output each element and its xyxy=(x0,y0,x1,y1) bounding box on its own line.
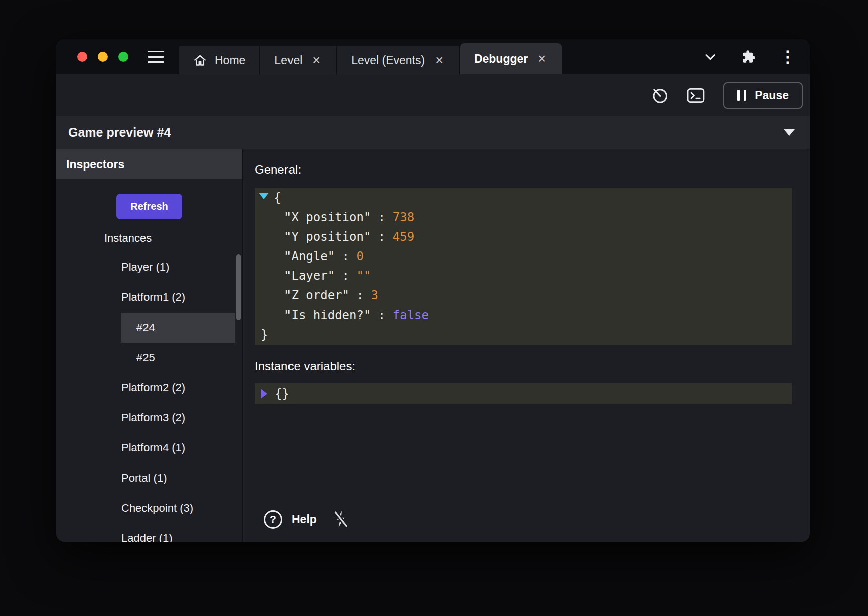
inspectors-panel-title: Inspectors xyxy=(56,149,242,179)
json-separator: : xyxy=(335,249,356,263)
json-close-brace: } xyxy=(255,325,792,345)
tab-label: Level xyxy=(274,54,302,67)
tab-bar: Home Level × Level (Events) × Debugger × xyxy=(56,39,810,74)
tab-bar-actions: ⋮ xyxy=(703,39,796,74)
footer-row: ? Help xyxy=(255,510,792,534)
instances-label: Instances xyxy=(56,224,242,252)
help-icon: ? xyxy=(264,510,282,529)
minimize-window-button[interactable] xyxy=(98,52,108,62)
extensions-puzzle-icon[interactable] xyxy=(742,50,756,64)
json-value: 459 xyxy=(393,230,414,244)
json-key: "Layer" xyxy=(284,269,335,283)
tree-item-player[interactable]: Player (1) xyxy=(56,252,242,282)
json-key: "X position" xyxy=(284,210,371,224)
tree-item-platform2[interactable]: Platform2 (2) xyxy=(56,373,242,403)
json-value: 0 xyxy=(357,249,364,263)
tab-debugger[interactable]: Debugger × xyxy=(460,43,562,74)
game-preview-selector[interactable]: Game preview #4 xyxy=(56,116,810,149)
window-controls xyxy=(77,52,128,62)
instance-variables-view: {} xyxy=(255,383,792,404)
refresh-button[interactable]: Refresh xyxy=(116,194,182,219)
json-separator: : xyxy=(349,288,371,302)
json-row: "Y position" : 459 xyxy=(255,227,792,247)
json-value: false xyxy=(393,308,429,322)
json-key: "Y position" xyxy=(284,230,371,244)
json-row: "Z order" : 3 xyxy=(255,286,792,305)
json-separator: : xyxy=(371,308,392,322)
tree-item-ladder[interactable]: Ladder (1) xyxy=(56,523,242,542)
chevron-down-icon[interactable] xyxy=(703,50,717,64)
close-tab-icon[interactable]: × xyxy=(536,51,548,67)
tab-strip: Home Level × Level (Events) × Debugger × xyxy=(179,39,562,74)
tree-item-portal[interactable]: Portal (1) xyxy=(56,463,242,493)
debugger-toolbar: Pause xyxy=(56,74,810,116)
general-label: General: xyxy=(255,163,792,177)
json-key: "Is hidden?" xyxy=(284,308,371,322)
tab-label: Debugger xyxy=(474,52,528,66)
console-icon[interactable] xyxy=(687,88,705,103)
app-window: Home Level × Level (Events) × Debugger × xyxy=(56,39,810,542)
json-separator: : xyxy=(371,230,392,244)
json-open-brace: { xyxy=(255,188,792,208)
json-separator: : xyxy=(335,269,356,283)
pause-button-label: Pause xyxy=(755,89,789,102)
tree-item-platform4[interactable]: Platform4 (1) xyxy=(56,433,242,463)
inspector-detail: General: { "X position" : 738 "Y positio… xyxy=(243,149,810,542)
menu-icon-bar xyxy=(148,51,164,53)
json-value: "" xyxy=(357,269,371,283)
json-value: 738 xyxy=(393,210,414,224)
close-tab-icon[interactable]: × xyxy=(310,53,322,68)
tab-label: Home xyxy=(215,54,245,67)
tree-item-platform1[interactable]: Platform1 (2) xyxy=(56,282,242,313)
help-button-label: Help xyxy=(292,513,317,526)
menu-icon-bar xyxy=(148,61,164,63)
json-row: "Is hidden?" : false xyxy=(255,305,792,325)
close-window-button[interactable] xyxy=(77,52,87,62)
menu-icon[interactable] xyxy=(148,51,164,63)
tab-label: Level (Events) xyxy=(351,54,425,67)
tab-level-events[interactable]: Level (Events) × xyxy=(337,46,459,74)
json-key: "Angle" xyxy=(284,249,335,263)
tab-home[interactable]: Home xyxy=(179,46,259,74)
inspectors-panel: Inspectors Refresh Instances Player (1) … xyxy=(56,149,243,542)
help-button[interactable]: ? Help xyxy=(264,510,317,529)
tree-item-instance-25[interactable]: #25 xyxy=(56,343,242,373)
tree-item-checkpoint[interactable]: Checkpoint (3) xyxy=(56,493,242,523)
tree-item-platform3[interactable]: Platform3 (2) xyxy=(56,403,242,433)
instances-tree: Player (1) Platform1 (2) #24 #25 Platfor… xyxy=(56,252,242,542)
home-icon xyxy=(193,54,207,67)
json-row: "X position" : 738 xyxy=(255,208,792,227)
disabled-lightning-icon xyxy=(333,510,349,529)
inspectors-panel-body: Refresh Instances Player (1) Platform1 (… xyxy=(56,179,242,542)
json-separator: : xyxy=(371,210,392,224)
instance-variables-value: {} xyxy=(275,387,290,401)
general-properties-view: { "X position" : 738 "Y position" : 459 … xyxy=(255,188,792,345)
close-tab-icon[interactable]: × xyxy=(433,53,445,68)
json-row: "Layer" : "" xyxy=(255,266,792,286)
debugger-content: Inspectors Refresh Instances Player (1) … xyxy=(56,149,810,542)
pause-button[interactable]: Pause xyxy=(723,82,803,109)
collapse-triangle-icon[interactable] xyxy=(259,193,269,199)
json-row: "Angle" : 0 xyxy=(255,247,792,266)
kebab-menu-icon[interactable]: ⋮ xyxy=(780,49,796,65)
tree-item-instance-24[interactable]: #24 xyxy=(121,313,235,343)
instance-variables-label: Instance variables: xyxy=(255,359,792,373)
chevron-down-icon xyxy=(784,129,795,136)
game-preview-title: Game preview #4 xyxy=(68,125,784,140)
pause-icon xyxy=(737,90,746,101)
zoom-window-button[interactable] xyxy=(118,52,128,62)
sidebar-scrollbar-thumb[interactable] xyxy=(236,254,241,320)
tab-level[interactable]: Level × xyxy=(260,46,336,74)
json-value: 3 xyxy=(371,288,378,302)
menu-icon-bar xyxy=(148,56,164,58)
speedometer-icon[interactable] xyxy=(651,86,669,104)
expand-triangle-icon[interactable] xyxy=(261,389,267,399)
json-key: "Z order" xyxy=(284,288,349,302)
